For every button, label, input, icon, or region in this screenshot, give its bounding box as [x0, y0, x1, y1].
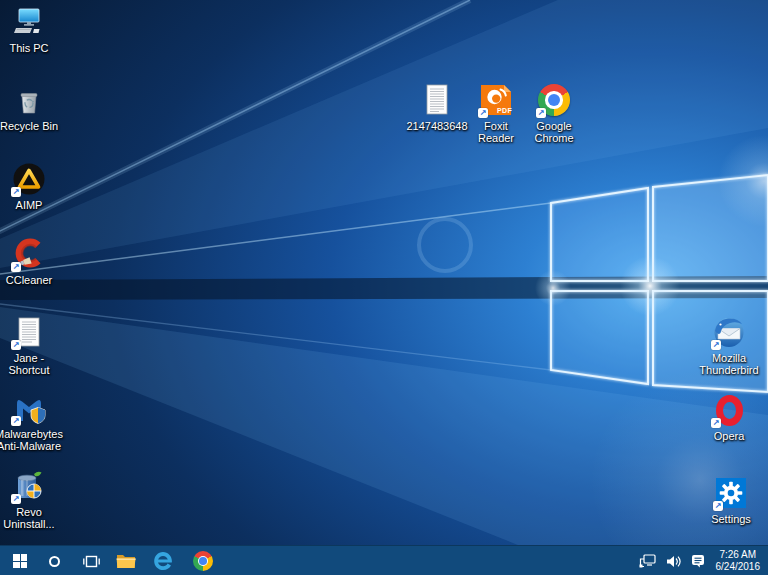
- thunderbird-icon: [711, 314, 747, 350]
- desktop-icon-label: Google Chrome: [534, 120, 573, 144]
- shortcut-arrow-icon: [11, 416, 21, 426]
- desktop-icon-label: Malwarebytes Anti-Malware: [0, 428, 63, 452]
- desktop-icon-foxit-reader[interactable]: PDF Foxit Reader: [466, 82, 526, 144]
- desktop-icon-google-chrome[interactable]: Google Chrome: [524, 82, 584, 144]
- recycle-bin-icon: [11, 82, 47, 118]
- desktop-icon-label: Settings: [711, 513, 751, 525]
- desktop-icon-label: Foxit Reader: [466, 120, 526, 144]
- search-icon: [49, 556, 60, 567]
- desktop-icon-label: Mozilla Thunderbird: [699, 352, 758, 376]
- desktop-icon-this-pc[interactable]: This PC: [0, 4, 59, 54]
- desktop-icon-label: Recycle Bin: [0, 120, 58, 132]
- shortcut-arrow-icon: [11, 262, 21, 272]
- clock[interactable]: 7:26 AM 6/24/2016: [713, 546, 763, 575]
- desktop-icon-malwarebytes[interactable]: Malwarebytes Anti-Malware: [0, 390, 59, 452]
- this-pc-icon: [11, 4, 47, 40]
- task-view-button[interactable]: [74, 546, 108, 575]
- desktop-icon-ccleaner[interactable]: CCleaner: [0, 236, 59, 286]
- desktop-icon-revo-uninstaller[interactable]: Revo Uninstall...: [0, 468, 59, 530]
- system-tray: 7:26 AM 6/24/2016: [637, 546, 768, 575]
- search-button[interactable]: [37, 546, 71, 575]
- clock-date: 6/24/2016: [716, 561, 761, 573]
- foxit-reader-icon: PDF: [478, 82, 514, 118]
- chrome-icon: [536, 82, 572, 118]
- desktop-icon-label: CCleaner: [6, 274, 52, 286]
- aimp-icon: [11, 161, 47, 197]
- ccleaner-icon: [11, 236, 47, 272]
- settings-gear-icon: [713, 475, 749, 511]
- desktop-icon-thunderbird[interactable]: Mozilla Thunderbird: [699, 314, 759, 376]
- document-icon: [11, 314, 47, 350]
- desktop-icon-jane-shortcut[interactable]: Jane - Shortcut: [0, 314, 59, 376]
- desktop-icon-aimp[interactable]: AIMP: [0, 161, 59, 211]
- document-icon: [419, 82, 455, 118]
- shortcut-arrow-icon: [478, 108, 488, 118]
- task-view-icon: [83, 555, 100, 568]
- pdf-badge: PDF: [497, 107, 512, 114]
- desktop-icon-label: Jane - Shortcut: [9, 352, 50, 376]
- desktop-icon-opera[interactable]: Opera: [699, 392, 759, 442]
- desktop-icon-label: 2147483648: [406, 120, 467, 132]
- desktop-icon-label: This PC: [9, 42, 48, 54]
- malwarebytes-icon: [11, 390, 47, 426]
- shortcut-arrow-icon: [536, 108, 546, 118]
- volume-icon: [666, 555, 681, 568]
- shortcut-arrow-icon: [11, 340, 21, 350]
- action-center-icon: [691, 554, 705, 568]
- file-explorer-button[interactable]: [109, 546, 143, 575]
- desktop-icon-label: Opera: [714, 430, 745, 442]
- chrome-taskbar-button[interactable]: [186, 546, 220, 575]
- action-center-button[interactable]: [689, 546, 707, 575]
- windows-logo-icon: [13, 554, 27, 568]
- edge-button[interactable]: [146, 546, 180, 575]
- volume-button[interactable]: [664, 546, 683, 575]
- shortcut-arrow-icon: [713, 501, 723, 511]
- shortcut-arrow-icon: [711, 418, 721, 428]
- shortcut-arrow-icon: [711, 340, 721, 350]
- network-icon: [639, 554, 656, 568]
- revo-uninstaller-icon: [11, 468, 47, 504]
- taskbar: 7:26 AM 6/24/2016: [0, 545, 768, 575]
- opera-icon: [711, 392, 747, 428]
- desktop: This PC Recycle Bin AIMP: [0, 0, 768, 545]
- chrome-icon: [193, 551, 213, 571]
- desktop-icon-settings[interactable]: Settings: [701, 475, 761, 525]
- clock-time: 7:26 AM: [716, 549, 761, 561]
- start-button[interactable]: [3, 546, 37, 575]
- network-button[interactable]: [637, 546, 658, 575]
- desktop-icon-label: Revo Uninstall...: [3, 506, 54, 530]
- desktop-icon-2147483648[interactable]: 2147483648: [407, 82, 467, 132]
- edge-icon: [151, 549, 175, 573]
- shortcut-arrow-icon: [11, 494, 21, 504]
- file-explorer-icon: [116, 553, 136, 569]
- wallpaper: [0, 0, 768, 545]
- desktop-icon-label: AIMP: [16, 199, 43, 211]
- shortcut-arrow-icon: [11, 187, 21, 197]
- desktop-icon-recycle-bin[interactable]: Recycle Bin: [0, 82, 59, 132]
